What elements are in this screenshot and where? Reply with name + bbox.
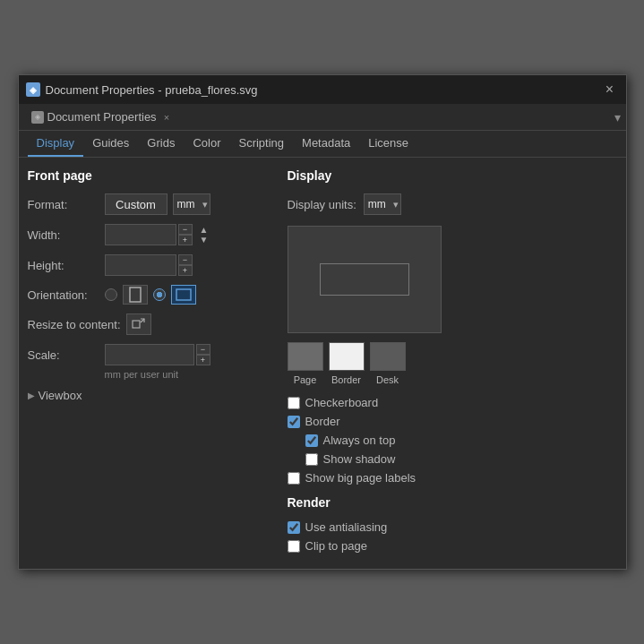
show-shadow-checkbox[interactable]: [305, 453, 318, 466]
svg-rect-1: [176, 289, 191, 300]
show-shadow-label[interactable]: Show shadow: [323, 452, 396, 466]
page-swatch-label: Page: [288, 374, 323, 385]
canvas-page-rect: [320, 263, 409, 296]
svg-rect-2: [133, 321, 140, 328]
width-input[interactable]: 270.000: [105, 224, 176, 245]
checkerboard-label[interactable]: Checkerboard: [305, 396, 379, 409]
window-close-button[interactable]: ×: [601, 81, 619, 99]
width-spinbox: 270.000 − +: [105, 224, 193, 245]
render-section: Render Use antialiasing Clip to page: [288, 495, 617, 553]
height-spin-buttons: − +: [178, 254, 193, 276]
width-label: Width:: [28, 228, 99, 242]
orientation-landscape-radio[interactable]: [153, 288, 166, 301]
scale-note: mm per user unit: [105, 369, 279, 380]
display-units-wrap: mm px pt in: [364, 193, 401, 215]
orientation-landscape-button[interactable]: [171, 285, 196, 305]
titlebar-left: ◈ Document Properties - prueba_flores.sv…: [26, 82, 258, 97]
orientation-portrait-button[interactable]: [123, 285, 148, 305]
desk-swatch[interactable]: [370, 342, 406, 371]
display-units-select[interactable]: mm px pt in: [364, 193, 401, 215]
tabbar: ◈ Document Properties × ▾: [19, 104, 626, 131]
resize-icon-button[interactable]: [126, 313, 151, 335]
tab-grids[interactable]: Grids: [138, 131, 184, 157]
orientation-free-radio[interactable]: [105, 288, 117, 301]
scale-decrement-button[interactable]: −: [196, 344, 210, 355]
page-swatch[interactable]: [288, 342, 323, 371]
width-row: Width: 270.000 − + ▲ ▼: [28, 224, 279, 245]
tabbar-chevron[interactable]: ▾: [614, 110, 621, 125]
tab-close-button[interactable]: ×: [164, 112, 169, 123]
front-page-title: Front page: [28, 168, 279, 183]
height-increment-button[interactable]: +: [178, 265, 193, 276]
format-unit-wrap: mm px pt in: [173, 193, 210, 215]
show-big-page-labels-row: Show big page labels: [288, 471, 617, 485]
show-big-page-checkbox[interactable]: [288, 472, 300, 485]
checkerboard-row: Checkerboard: [288, 396, 617, 409]
always-on-top-label[interactable]: Always on top: [323, 434, 396, 447]
main-window: ◈ Document Properties - prueba_flores.sv…: [18, 74, 627, 570]
format-label: Format:: [28, 198, 99, 211]
always-on-top-row: Always on top: [305, 434, 617, 447]
height-label: Height:: [28, 259, 99, 272]
viewbox-label: Viewbox: [39, 389, 82, 402]
tab-color[interactable]: Color: [184, 131, 229, 157]
desk-swatch-label: Desk: [370, 374, 406, 385]
border-swatch-label: Border: [329, 374, 365, 385]
viewbox-row[interactable]: ▶ Viewbox: [28, 387, 279, 404]
tab-metadata[interactable]: Metadata: [293, 131, 359, 157]
titlebar: ◈ Document Properties - prueba_flores.sv…: [19, 75, 626, 104]
show-big-page-label[interactable]: Show big page labels: [305, 471, 416, 485]
width-arrow-indicator: ▲ ▼: [200, 225, 209, 245]
viewbox-triangle-icon: ▶: [28, 391, 35, 400]
window-title: Document Properties - prueba_flores.svg: [46, 83, 258, 97]
scale-input[interactable]: 1.000000: [105, 344, 194, 365]
tab-guides[interactable]: Guides: [83, 131, 138, 157]
height-input[interactable]: 40.000: [105, 254, 176, 276]
swatch-labels: Page Border Desk: [288, 374, 617, 385]
height-row: Height: 40.000 − +: [28, 254, 279, 276]
clip-to-page-label[interactable]: Clip to page: [305, 539, 367, 553]
border-swatch[interactable]: [329, 342, 365, 371]
width-decrement-button[interactable]: −: [178, 224, 193, 235]
format-row: Format: Custom mm px pt in: [28, 193, 279, 215]
svg-rect-0: [130, 288, 141, 302]
scale-label: Scale:: [28, 348, 99, 362]
scale-increment-button[interactable]: +: [196, 355, 210, 365]
left-panel: Front page Format: Custom mm px pt in Wi…: [28, 168, 279, 558]
scale-row: Scale: 1.000000 − +: [28, 344, 279, 365]
border-label[interactable]: Border: [305, 415, 340, 428]
clip-to-page-row: Clip to page: [288, 539, 617, 553]
resize-row: Resize to content:: [28, 313, 279, 335]
use-antialiasing-checkbox[interactable]: [288, 521, 300, 534]
display-units-label: Display units:: [288, 198, 356, 211]
use-antialiasing-row: Use antialiasing: [288, 520, 617, 534]
nav-tabs: Display Guides Grids Color Scripting Met…: [19, 131, 626, 158]
tab-license[interactable]: License: [359, 131, 417, 157]
scale-spin-buttons: − +: [196, 344, 210, 365]
tab-display[interactable]: Display: [28, 131, 84, 157]
format-button[interactable]: Custom: [105, 193, 167, 215]
tab-scripting[interactable]: Scripting: [229, 131, 293, 157]
clip-to-page-checkbox[interactable]: [288, 540, 300, 553]
width-increment-button[interactable]: +: [178, 235, 193, 245]
format-unit-select[interactable]: mm px pt in: [173, 193, 210, 215]
use-antialiasing-label[interactable]: Use antialiasing: [305, 520, 388, 534]
orientation-radio-group: [105, 285, 196, 305]
always-on-top-checkbox[interactable]: [305, 434, 318, 447]
border-checkbox[interactable]: [288, 416, 300, 428]
display-units-row: Display units: mm px pt in: [288, 193, 617, 215]
width-spin-buttons: − +: [178, 224, 193, 245]
tab-label: Document Properties: [47, 110, 157, 124]
orientation-row: Orientation:: [28, 285, 279, 305]
doc-properties-tab[interactable]: ◈ Document Properties ×: [24, 107, 177, 127]
color-swatches: [288, 342, 617, 371]
app-icon: ◈: [26, 82, 40, 97]
right-panel: Display Display units: mm px pt in: [288, 168, 617, 558]
canvas-preview: [288, 226, 442, 333]
checkerboard-checkbox[interactable]: [288, 397, 300, 409]
height-decrement-button[interactable]: −: [178, 254, 193, 265]
display-title: Display: [288, 168, 617, 183]
scale-spinbox: 1.000000 − +: [105, 344, 210, 365]
content-area: Front page Format: Custom mm px pt in Wi…: [19, 158, 626, 569]
resize-label: Resize to content:: [28, 318, 121, 331]
